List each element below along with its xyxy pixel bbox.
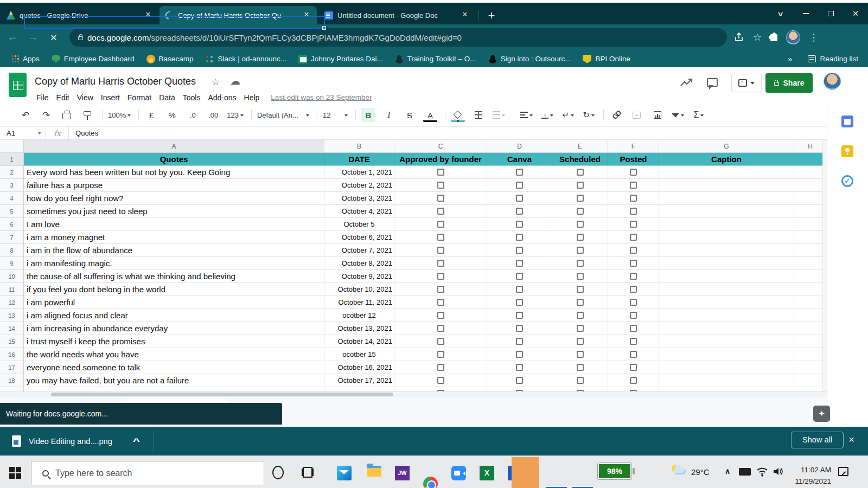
row-header[interactable]: 2: [0, 166, 24, 179]
checkbox-cell[interactable]: [552, 322, 608, 335]
row-header[interactable]: 13: [0, 309, 24, 322]
date-cell[interactable]: October 4, 2021: [324, 205, 394, 218]
show-all-downloads-button[interactable]: Show all: [791, 432, 844, 448]
cell[interactable]: [794, 361, 827, 374]
checkbox-unchecked[interactable]: [516, 351, 523, 358]
checkbox-unchecked[interactable]: [516, 182, 523, 189]
format-percent-button[interactable]: %: [165, 108, 179, 122]
row-header[interactable]: 3: [0, 179, 24, 192]
column-header-H[interactable]: H: [794, 140, 827, 153]
text-wrap-button[interactable]: ↵: [561, 108, 575, 122]
wifi-icon[interactable]: [756, 467, 768, 477]
file-explorer-icon[interactable]: [367, 466, 381, 477]
checkbox-unchecked[interactable]: [630, 247, 637, 254]
checkbox-cell[interactable]: [552, 231, 608, 244]
quote-cell[interactable]: I am love: [24, 218, 324, 231]
last-edit-link[interactable]: Last edit was on 23 September: [271, 92, 372, 104]
checkbox-cell[interactable]: [608, 348, 659, 361]
checkbox-cell[interactable]: [487, 179, 552, 192]
checkbox-cell[interactable]: [394, 296, 487, 309]
checkbox-cell[interactable]: [487, 348, 552, 361]
date-cell[interactable]: October 3, 2021: [324, 192, 394, 205]
cell[interactable]: [659, 283, 794, 296]
present-button[interactable]: [731, 74, 762, 92]
date-cell[interactable]: October 11, 2021: [324, 296, 394, 309]
header-cell-D1[interactable]: Canva: [487, 153, 552, 166]
start-button[interactable]: [9, 467, 21, 479]
checkbox-unchecked[interactable]: [437, 273, 444, 280]
quote-cell[interactable]: the world needs what you have: [24, 348, 324, 361]
checkbox-cell[interactable]: [487, 270, 552, 283]
stop-loading-button[interactable]: ×: [46, 31, 62, 44]
checkbox-unchecked[interactable]: [577, 260, 584, 267]
format-currency-button[interactable]: £: [144, 108, 158, 122]
cell[interactable]: [794, 179, 827, 192]
checkbox-unchecked[interactable]: [630, 377, 637, 384]
excel-icon[interactable]: X: [480, 466, 494, 480]
date-cell[interactable]: October 13, 2021: [324, 322, 394, 335]
browser-menu-icon[interactable]: ⋮: [809, 32, 818, 43]
checkbox-cell[interactable]: [394, 179, 487, 192]
cell[interactable]: [794, 244, 827, 257]
row-header[interactable]: 18: [0, 374, 24, 387]
checkbox-unchecked[interactable]: [437, 325, 444, 332]
date-cell[interactable]: October 14, 2021: [324, 335, 394, 348]
chevron-up-icon[interactable]: ^: [133, 436, 140, 446]
checkbox-unchecked[interactable]: [577, 351, 584, 358]
cell[interactable]: [794, 309, 827, 322]
quote-cell[interactable]: Every word has been written but not by y…: [24, 166, 324, 179]
checkbox-unchecked[interactable]: [630, 286, 637, 293]
cell[interactable]: [794, 166, 827, 179]
checkbox-unchecked[interactable]: [437, 286, 444, 293]
row-header[interactable]: 15: [0, 335, 24, 348]
sheets-logo-icon[interactable]: [9, 73, 27, 97]
star-document-icon[interactable]: ☆: [212, 76, 220, 88]
checkbox-cell[interactable]: [608, 218, 659, 231]
bookmark-item[interactable]: Employee Dashboard: [52, 55, 135, 63]
checkbox-cell[interactable]: [394, 205, 487, 218]
checkbox-cell[interactable]: [608, 244, 659, 257]
row-header-1[interactable]: 1: [0, 153, 24, 166]
checkbox-cell[interactable]: [487, 218, 552, 231]
checkbox-cell[interactable]: [487, 296, 552, 309]
column-header-C[interactable]: C: [394, 140, 487, 153]
checkbox-unchecked[interactable]: [577, 273, 584, 280]
print-button[interactable]: [60, 108, 74, 122]
checkbox-unchecked[interactable]: [577, 195, 584, 202]
checkbox-unchecked[interactable]: [577, 169, 584, 176]
checkbox-unchecked[interactable]: [437, 208, 444, 215]
checkbox-unchecked[interactable]: [577, 377, 584, 384]
checkbox-unchecked[interactable]: [630, 338, 637, 345]
download-item[interactable]: Video Editing and....png ^: [12, 435, 138, 447]
cell[interactable]: [659, 205, 794, 218]
checkbox-cell[interactable]: [394, 231, 487, 244]
checkbox-unchecked[interactable]: [437, 195, 444, 202]
column-header-E[interactable]: E: [552, 140, 608, 153]
checkbox-cell[interactable]: [394, 244, 487, 257]
tasks-icon[interactable]: ✓: [841, 175, 853, 187]
weather-cloud-icon[interactable]: [674, 468, 686, 474]
checkbox-unchecked[interactable]: [516, 221, 523, 228]
checkbox-unchecked[interactable]: [577, 312, 584, 319]
chrome-icon[interactable]: [423, 477, 438, 488]
row-header[interactable]: 7: [0, 231, 24, 244]
taskbar-search-input[interactable]: Type here to search: [31, 461, 264, 485]
date-cell[interactable]: October 7, 2021: [324, 244, 394, 257]
cortana-button[interactable]: [272, 466, 284, 479]
header-cell-C1[interactable]: Approved by founder: [394, 153, 487, 166]
cell[interactable]: [794, 218, 827, 231]
action-center-icon[interactable]: [838, 467, 848, 476]
font-size-select[interactable]: 12: [323, 108, 348, 122]
checkbox-cell[interactable]: [487, 231, 552, 244]
quote-cell[interactable]: the cause of all suffering is what we th…: [24, 270, 324, 283]
header-cell-B1[interactable]: DATE: [324, 153, 394, 166]
checkbox-unchecked[interactable]: [516, 312, 523, 319]
checkbox-cell[interactable]: [394, 309, 487, 322]
cell[interactable]: [794, 270, 827, 283]
checkbox-unchecked[interactable]: [437, 377, 444, 384]
account-avatar[interactable]: [824, 73, 841, 90]
jw-app-icon[interactable]: JW: [395, 466, 410, 480]
bookmark-item[interactable]: Sign into : Outsourc...: [488, 55, 571, 63]
create-filter-button[interactable]: [671, 108, 685, 122]
column-header-B[interactable]: B: [324, 140, 394, 153]
